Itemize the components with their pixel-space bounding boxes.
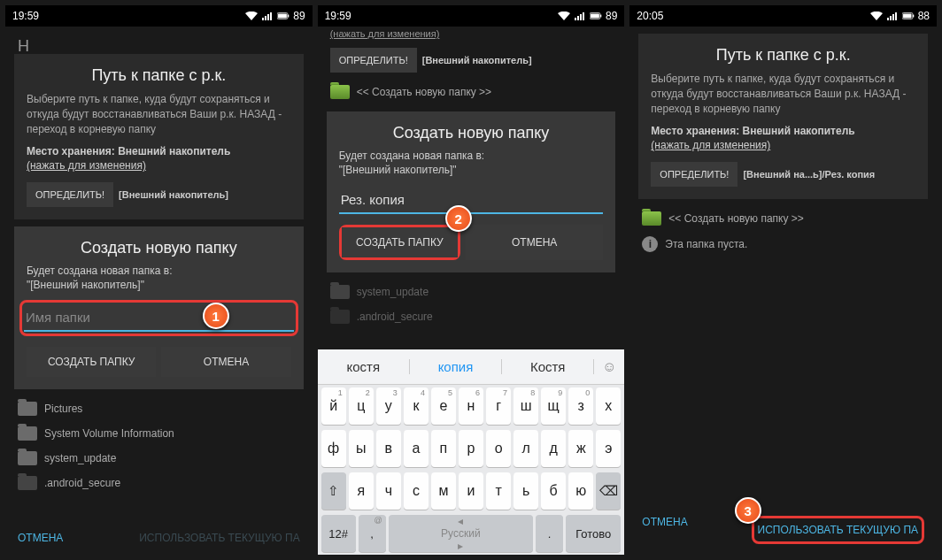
- key-г[interactable]: г7: [486, 387, 511, 425]
- bottom-actions: ОТМЕНА ИСПОЛЬЗОВАТЬ ТЕКУЩУЮ ПА 3: [629, 516, 937, 544]
- folder-icon: [18, 476, 37, 490]
- suggestion[interactable]: Костя: [502, 359, 594, 374]
- key-ы[interactable]: ы: [349, 430, 374, 467]
- svg-rect-2: [288, 15, 289, 18]
- dialog-title: Путь к папке с р.к.: [651, 46, 915, 65]
- key-ь[interactable]: ь: [513, 472, 538, 510]
- key-и[interactable]: и: [459, 472, 483, 510]
- key-р[interactable]: р: [459, 430, 483, 467]
- key-л[interactable]: л: [513, 430, 538, 467]
- folder-pictures[interactable]: Pictures: [5, 396, 313, 421]
- key-о[interactable]: о: [486, 430, 511, 467]
- create-new-folder-row[interactable]: << Создать новую папку >>: [629, 206, 937, 231]
- info-icon: i: [642, 236, 658, 252]
- path-dialog: Путь к папке с р.к. Выберите путь к папк…: [14, 54, 304, 219]
- key-я[interactable]: я: [349, 472, 374, 510]
- key-ш[interactable]: ш8: [513, 387, 538, 425]
- bottom-actions: ОТМЕНА ИСПОЛЬЗОВАТЬ ТЕКУЩУЮ ПА: [5, 532, 313, 544]
- bottom-cancel-button[interactable]: ОТМЕНА: [642, 516, 687, 544]
- folder-sysvol[interactable]: System Volume Information: [5, 421, 313, 446]
- key-э[interactable]: э: [596, 430, 621, 467]
- suggestion[interactable]: костя: [318, 359, 410, 374]
- battery-icon: [902, 12, 915, 20]
- key-т[interactable]: т: [486, 472, 511, 510]
- define-button[interactable]: ОПРЕДЕЛИТЬ!: [651, 162, 737, 187]
- key-в[interactable]: в: [376, 430, 401, 467]
- empty-folder-msg: iЭта папка пуста.: [629, 231, 937, 257]
- change-link[interactable]: (нажать для изменения): [27, 159, 291, 172]
- key-к[interactable]: к4: [404, 387, 429, 425]
- key-н[interactable]: н6: [459, 387, 483, 425]
- done-key[interactable]: Готово: [566, 515, 621, 552]
- folder-andsec[interactable]: .android_secure: [318, 304, 625, 329]
- dialog-desc: Выберите путь к папке, куда будут сохран…: [651, 72, 915, 116]
- create-title: Создать новую папку: [339, 124, 604, 142]
- folder-icon: [642, 211, 661, 226]
- folder-icon: [18, 426, 37, 441]
- path-dialog: Путь к папке с р.к. Выберите путь к папк…: [638, 34, 928, 199]
- emoji-icon[interactable]: ☺: [594, 359, 624, 375]
- clock: 19:59: [12, 10, 39, 22]
- key-з[interactable]: з0: [568, 387, 593, 425]
- key-у[interactable]: у3: [376, 387, 401, 425]
- dialog-desc: Выберите путь к папке, куда будут сохран…: [27, 92, 291, 136]
- folder-icon: [330, 310, 350, 324]
- change-link[interactable]: (нажать для изменения): [651, 139, 915, 151]
- key-а[interactable]: а: [404, 430, 429, 467]
- comma-key[interactable]: ,@: [359, 515, 386, 552]
- period-key[interactable]: .: [536, 515, 563, 552]
- folder-name-input[interactable]: [339, 187, 604, 214]
- define-button[interactable]: ОПРЕДЕЛИТЬ!: [27, 182, 113, 207]
- key-ю[interactable]: ю: [568, 472, 593, 510]
- create-folder-button[interactable]: СОЗДАТЬ ПАПКУ: [27, 347, 156, 377]
- signal-icon: [886, 12, 899, 20]
- suggestion[interactable]: копия: [410, 359, 502, 374]
- clock: 19:59: [325, 10, 351, 22]
- numkey[interactable]: 12#: [321, 515, 356, 552]
- create-folder-button[interactable]: СОЗДАТЬ ПАПКУ: [342, 227, 458, 257]
- battery-icon: [277, 12, 290, 20]
- svg-rect-1: [278, 14, 287, 19]
- folder-name-input[interactable]: [24, 304, 294, 332]
- folder-icon: [330, 85, 350, 99]
- key-п[interactable]: п: [431, 430, 456, 467]
- svg-rect-8: [913, 15, 914, 18]
- key-ф[interactable]: ф: [321, 430, 346, 467]
- dialog-title: Путь к папке с р.к.: [27, 66, 291, 85]
- key-б[interactable]: б: [541, 472, 566, 510]
- key-щ[interactable]: щ9: [541, 387, 566, 425]
- clock: 20:05: [637, 10, 663, 22]
- key-д[interactable]: д: [541, 430, 566, 467]
- create-folder-dialog: Создать новую папку Будет создана новая …: [327, 111, 616, 272]
- badge-1: 1: [203, 303, 229, 329]
- key-ц[interactable]: ц2: [349, 387, 374, 425]
- create-folder-dialog: Создать новую папку Будет создана новая …: [14, 226, 304, 389]
- change-link-top[interactable]: (нажать для изменения): [318, 27, 625, 41]
- battery-icon: [590, 12, 602, 20]
- define-button[interactable]: ОПРЕДЕЛИТЬ!: [330, 48, 417, 73]
- folder-andsec[interactable]: .android_secure: [5, 471, 313, 495]
- wifi-icon: [245, 12, 258, 20]
- key-ч[interactable]: ч: [376, 472, 401, 510]
- key-й[interactable]: й1: [321, 387, 346, 425]
- svg-rect-4: [591, 14, 599, 19]
- bottom-use-button[interactable]: ИСПОЛЬЗОВАТЬ ТЕКУЩУЮ ПА: [758, 524, 918, 536]
- key-м[interactable]: м: [431, 472, 456, 510]
- backspace-key[interactable]: ⌫: [596, 472, 621, 510]
- folder-sysupd[interactable]: system_update: [5, 446, 313, 471]
- battery-pct: 88: [918, 10, 930, 22]
- spacebar[interactable]: ◂ Русский ▸: [389, 515, 533, 552]
- key-х[interactable]: х: [596, 387, 621, 425]
- key-с[interactable]: с: [404, 472, 429, 510]
- cancel-button[interactable]: ОТМЕНА: [161, 347, 290, 377]
- key-ж[interactable]: ж: [568, 430, 593, 467]
- bottom-cancel-button[interactable]: ОТМЕНА: [18, 532, 63, 544]
- cancel-button[interactable]: ОТМЕНА: [466, 225, 603, 260]
- folder-icon: [18, 402, 37, 416]
- folder-sysupd[interactable]: system_update: [318, 280, 625, 304]
- key-е[interactable]: е5: [431, 387, 456, 425]
- phone-screenshot-3: 20:05 88 Путь к папке с р.к. Выберите пу…: [629, 5, 937, 555]
- shift-key[interactable]: ⇧: [321, 472, 346, 510]
- create-new-folder-row[interactable]: << Создать новую папку >>: [318, 80, 625, 104]
- bottom-use-button[interactable]: ИСПОЛЬЗОВАТЬ ТЕКУЩУЮ ПА: [139, 532, 299, 544]
